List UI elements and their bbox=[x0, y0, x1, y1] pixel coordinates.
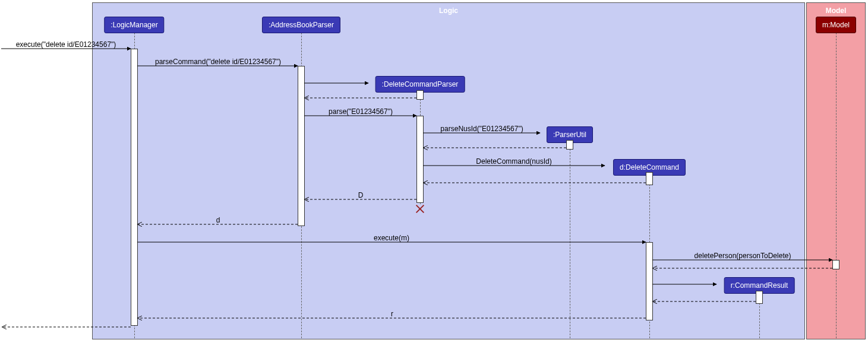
participant-logicmanager: :LogicManager bbox=[104, 17, 164, 33]
group-logic-title: Logic bbox=[439, 7, 458, 15]
activation-deletecommand-2 bbox=[646, 242, 653, 320]
activation-parserutil bbox=[566, 140, 573, 150]
activation-deletecommandparser-2 bbox=[416, 116, 424, 203]
msg-deleteperson: deletePerson(personToDelete) bbox=[695, 252, 791, 260]
msg-execute: execute("delete id/E01234567") bbox=[16, 40, 116, 49]
msg-deletecommand-ctor: DeleteCommand(nusId) bbox=[476, 157, 551, 166]
msg-return-D: D bbox=[358, 191, 364, 199]
group-logic: Logic bbox=[92, 2, 805, 339]
activation-commandresult bbox=[756, 291, 763, 304]
msg-parsecommand: parseCommand("delete id/E01234567") bbox=[155, 58, 281, 66]
participant-model: m:Model bbox=[816, 17, 856, 33]
msg-parse: parse("E01234567") bbox=[329, 107, 393, 116]
msg-parsenusid: parseNusId("E01234567") bbox=[440, 125, 523, 133]
activation-addressbookparser bbox=[298, 66, 305, 226]
activation-deletecommand-1 bbox=[646, 172, 653, 185]
activation-deletecommandparser-1 bbox=[416, 90, 424, 100]
participant-addressbookparser: :AddressBookParser bbox=[262, 17, 340, 33]
msg-return-d: d bbox=[216, 216, 220, 224]
destroy-icon bbox=[415, 204, 425, 214]
lifeline-parserutil bbox=[570, 140, 570, 338]
activation-logicmanager bbox=[131, 49, 138, 326]
group-model-title: Model bbox=[826, 7, 847, 15]
lifeline-model bbox=[836, 30, 837, 338]
msg-execute-m: execute(m) bbox=[374, 234, 409, 242]
activation-model bbox=[832, 260, 839, 269]
msg-return-r: r bbox=[391, 310, 393, 318]
sequence-diagram: Logic Model :LogicManager :AddressBookPa… bbox=[0, 0, 868, 343]
